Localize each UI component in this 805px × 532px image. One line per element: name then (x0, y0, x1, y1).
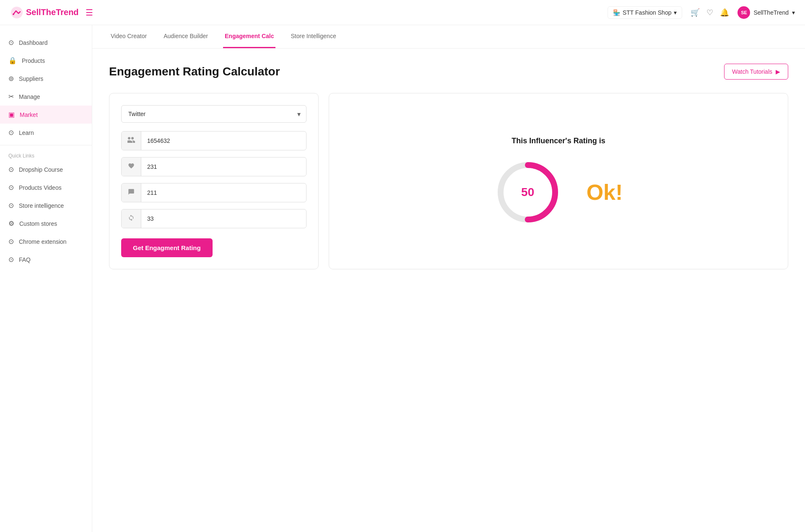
dropship-course-icon: ⊙ (8, 165, 14, 173)
store-selector[interactable]: 🏪 STT Fashion Shop ▾ (608, 6, 682, 19)
user-badge[interactable]: SE SellTheTrend ▾ (737, 6, 795, 19)
comments-input[interactable] (141, 184, 306, 201)
store-icon: 🏪 (613, 9, 620, 16)
subnav-engagement-calc[interactable]: Engagement Calc (223, 25, 275, 48)
page-title: Engagement Rating Calculator (109, 65, 280, 78)
layout: ⊙ Dashboard 🔒 Products ⊚ Suppliers ✂ Man… (0, 25, 805, 532)
platform-select-wrapper: Twitter Instagram YouTube TikTok Faceboo… (121, 105, 306, 123)
subnav-store-intelligence[interactable]: Store Intelligence (289, 25, 338, 48)
sidebar-item-label: Custom stores (19, 220, 57, 227)
chrome-extension-icon: ⊙ (8, 238, 14, 245)
sidebar-item-chrome-extension[interactable]: ⊙ Chrome extension (0, 232, 92, 251)
hamburger-icon[interactable]: ☰ (86, 8, 93, 18)
faq-icon: ⊙ (8, 256, 14, 263)
suppliers-icon: ⊚ (8, 75, 14, 83)
market-icon: ▣ (8, 111, 15, 119)
subnav: Video Creator Audience Builder Engagemen… (92, 25, 805, 49)
play-icon: ▶ (776, 68, 780, 75)
retweets-input[interactable] (141, 210, 306, 227)
user-dropdown-icon: ▾ (792, 9, 795, 16)
products-videos-icon: ⊙ (8, 183, 14, 191)
heart-icon[interactable]: ♡ (706, 8, 713, 17)
sidebar: ⊙ Dashboard 🔒 Products ⊚ Suppliers ✂ Man… (0, 25, 92, 532)
comments-icon (122, 183, 141, 202)
watch-tutorials-button[interactable]: Watch Tutorials ▶ (724, 64, 788, 80)
svg-point-0 (11, 7, 23, 18)
likes-svg (127, 163, 135, 169)
store-intelligence-icon: ⊙ (8, 201, 14, 209)
likes-row (121, 157, 306, 176)
subnav-video-creator[interactable]: Video Creator (109, 25, 148, 48)
content: Engagement Rating Calculator Watch Tutor… (92, 49, 805, 284)
retweets-row (121, 209, 306, 228)
sidebar-item-label: FAQ (19, 256, 31, 263)
user-name: SellTheTrend (753, 9, 789, 16)
cart-icon[interactable]: 🛒 (691, 8, 700, 17)
sidebar-item-faq[interactable]: ⊙ FAQ (0, 251, 92, 269)
sidebar-item-label: Manage (19, 93, 40, 100)
result-content: 50 Ok! (494, 159, 623, 226)
main: Video Creator Audience Builder Engagemen… (92, 25, 805, 532)
dashboard-icon: ⊙ (8, 39, 14, 46)
sidebar-item-dropship-course[interactable]: ⊙ Dropship Course (0, 160, 92, 178)
logo[interactable]: SellTheTrend (10, 6, 79, 19)
likes-icon (122, 158, 141, 176)
logo-svg (10, 6, 23, 19)
products-icon: 🔒 (8, 57, 17, 65)
bell-icon[interactable]: 🔔 (720, 8, 729, 17)
learn-icon: ⊙ (8, 129, 14, 137)
likes-input[interactable] (141, 158, 306, 175)
subnav-audience-builder[interactable]: Audience Builder (162, 25, 210, 48)
sidebar-item-label: Market (20, 111, 38, 118)
retweets-icon (122, 209, 141, 228)
cards-row: Twitter Instagram YouTube TikTok Faceboo… (109, 93, 788, 269)
sidebar-item-label: Store intelligence (19, 202, 64, 209)
sidebar-item-learn[interactable]: ⊙ Learn (0, 124, 92, 142)
sidebar-item-custom-stores[interactable]: ⚙ Custom stores (0, 214, 92, 232)
svg-point-1 (13, 13, 14, 15)
watch-tutorials-label: Watch Tutorials (732, 68, 772, 75)
sidebar-item-manage[interactable]: ✂ Manage (0, 88, 92, 106)
retweets-svg (127, 214, 135, 221)
sidebar-item-products-videos[interactable]: ⊙ Products Videos (0, 178, 92, 196)
get-rating-button[interactable]: Get Engagment Rating (121, 238, 213, 257)
sidebar-item-label: Suppliers (19, 75, 43, 82)
content-header: Engagement Rating Calculator Watch Tutor… (109, 64, 788, 80)
followers-row (121, 131, 306, 150)
sidebar-item-label: Products Videos (19, 184, 62, 191)
store-dropdown-icon: ▾ (674, 9, 677, 16)
logo-text: SellTheTrend (26, 8, 79, 17)
custom-stores-icon: ⚙ (8, 220, 14, 227)
topbar-left: SellTheTrend ☰ (10, 6, 93, 19)
user-initials: SE (741, 10, 747, 15)
ok-label: Ok! (587, 180, 623, 205)
donut-chart: 50 (494, 159, 561, 226)
manage-icon: ✂ (8, 93, 14, 101)
platform-select[interactable]: Twitter Instagram YouTube TikTok Faceboo… (121, 105, 306, 123)
sidebar-divider (0, 145, 92, 145)
result-title: This Influencer's Rating is (512, 137, 605, 145)
followers-svg (127, 137, 135, 143)
sidebar-item-dashboard[interactable]: ⊙ Dashboard (0, 34, 92, 52)
input-card: Twitter Instagram YouTube TikTok Faceboo… (109, 93, 319, 269)
user-avatar: SE (737, 6, 750, 19)
sidebar-item-market[interactable]: ▣ Market (0, 106, 92, 124)
sidebar-item-products[interactable]: 🔒 Products (0, 52, 92, 70)
sidebar-item-suppliers[interactable]: ⊚ Suppliers (0, 70, 92, 88)
followers-input[interactable] (141, 132, 306, 149)
comments-svg (127, 189, 135, 195)
store-name: STT Fashion Shop (623, 9, 671, 16)
topbar-right: 🏪 STT Fashion Shop ▾ 🛒 ♡ 🔔 SE SellTheTre… (608, 6, 795, 19)
sidebar-item-store-intelligence[interactable]: ⊙ Store intelligence (0, 196, 92, 214)
sidebar-item-label: Products (22, 57, 45, 64)
topbar-icons: 🛒 ♡ 🔔 (691, 8, 729, 17)
sidebar-item-label: Chrome extension (19, 238, 67, 245)
topbar: SellTheTrend ☰ 🏪 STT Fashion Shop ▾ 🛒 ♡ … (0, 0, 805, 25)
followers-icon (122, 132, 141, 150)
sidebar-item-label: Dropship Course (19, 166, 63, 173)
comments-row (121, 183, 306, 202)
sidebar-item-label: Learn (19, 129, 34, 136)
donut-score: 50 (521, 186, 534, 199)
quick-links-label: Quick Links (0, 149, 92, 160)
result-card: This Influencer's Rating is 50 (329, 93, 788, 269)
